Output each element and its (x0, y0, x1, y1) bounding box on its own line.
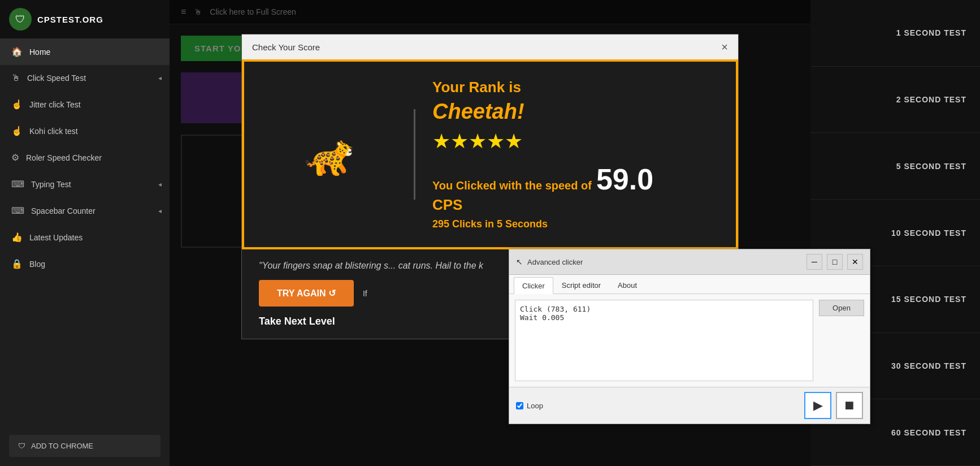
sidebar-item-home[interactable]: 🏠 Home (0, 38, 170, 65)
keyboard-icon-2: ⌨ (11, 205, 24, 216)
ac-action-buttons: ▶ ⏹ (804, 392, 863, 419)
stars-display: ★★★★★ (432, 130, 719, 153)
sidebar-item-typing-test[interactable]: ⌨ Typing Test ◂ (0, 171, 170, 197)
sidebar-item-jitter-click-test[interactable]: ☝ Jitter click Test (0, 91, 170, 118)
ac-title-area: ↖ Advanced clicker (516, 257, 583, 266)
ac-loop-checkbox[interactable] (516, 402, 523, 409)
thumbs-up-icon: 👍 (11, 232, 23, 243)
cps-label: CPS (432, 196, 719, 214)
sidebar-item-label: Typing Test (31, 180, 71, 189)
advanced-clicker-title: Advanced clicker (527, 258, 583, 266)
sidebar-item-label: Latest Updates (29, 233, 83, 242)
ac-stop-button[interactable]: ⏹ (836, 392, 863, 419)
chevron-right-icon: ◂ (158, 74, 162, 82)
speed-text: You Clicked with the speed of (432, 179, 592, 192)
ac-script-textarea[interactable]: Click (783, 611) Wait 0.005 (515, 300, 813, 381)
cheetah-image: 🐆 (261, 109, 397, 200)
finger-icon-2: ☝ (11, 126, 23, 136)
logo-text: CPSTEST.ORG (37, 15, 103, 24)
ac-body: Click (783, 611) Wait 0.005 Open (509, 294, 870, 387)
ac-footer: Loop ▶ ⏹ (509, 387, 870, 424)
chevron-right-icon-2: ◂ (158, 180, 162, 188)
finger-icon: ☝ (11, 99, 23, 110)
test-option-5s[interactable]: 5 SECOND TEST (810, 133, 980, 200)
sidebar-item-label: Click Speed Test (27, 74, 86, 83)
keyboard-icon: ⌨ (11, 179, 24, 189)
lock-icon: 🔒 (11, 258, 23, 269)
sidebar-item-label: Roler Speed Checker (26, 153, 102, 162)
sidebar-logo: 🛡 CPSTEST.ORG (0, 0, 170, 38)
sidebar: 🛡 CPSTEST.ORG 🏠 Home 🖱 Click Speed Test … (0, 0, 170, 466)
rank-label: Your Rank is (432, 79, 719, 96)
ac-right-panel: Open (819, 300, 864, 381)
sidebar-item-label: Jitter click Test (29, 100, 81, 109)
logo-icon: 🛡 (9, 8, 32, 31)
gear-icon: ⚙ (11, 152, 19, 163)
test-option-2s[interactable]: 2 SECOND TEST (810, 67, 980, 133)
cursor-icon-ac: ↖ (516, 257, 523, 266)
sidebar-bottom: 🛡 ADD TO CHROME (0, 426, 170, 466)
ac-tab-script-editor[interactable]: Script editor (553, 277, 609, 294)
ac-loop-area: Loop (516, 402, 543, 410)
clicks-info: 295 Clicks in 5 Seconds (432, 218, 719, 230)
sidebar-nav: 🏠 Home 🖱 Click Speed Test ◂ ☝ Jitter cli… (0, 38, 170, 426)
cheetah-emoji: 🐆 (303, 131, 354, 179)
chevron-right-icon-3: ◂ (158, 207, 162, 215)
sidebar-item-blog[interactable]: 🔒 Blog (0, 251, 170, 277)
modal-body: 🐆 Your Rank is Cheetah! ★★★★★ You Clicke… (242, 59, 738, 249)
ac-open-button[interactable]: Open (819, 300, 864, 316)
ac-window-controls: ─ □ ✕ (806, 254, 863, 270)
modal-close-button[interactable]: × (721, 41, 728, 53)
ac-tab-about[interactable]: About (609, 277, 645, 294)
sidebar-item-label: Kohi click test (29, 127, 78, 136)
sidebar-item-label: Blog (29, 260, 45, 269)
modal-header: Check Your Score × (242, 34, 738, 59)
ac-restore-button[interactable]: □ (827, 254, 843, 270)
ac-tabs: Clicker Script editor About (509, 275, 870, 294)
ac-play-button[interactable]: ▶ (804, 392, 831, 419)
try-again-button[interactable]: TRY AGAIN ↺ (259, 280, 354, 307)
add-to-chrome-button[interactable]: 🛡 ADD TO CHROME (9, 435, 161, 457)
test-option-1s[interactable]: 1 SECOND TEST (810, 0, 980, 67)
advanced-clicker-window: ↖ Advanced clicker ─ □ ✕ Clicker Script … (509, 249, 870, 424)
ac-close-button[interactable]: ✕ (847, 254, 863, 270)
sidebar-item-roller-speed-checker[interactable]: ⚙ Roler Speed Checker (0, 144, 170, 171)
home-icon: 🏠 (11, 46, 23, 57)
ac-loop-label: Loop (527, 402, 543, 410)
sidebar-item-spacebar-counter[interactable]: ⌨ Spacebar Counter ◂ (0, 197, 170, 224)
divider (414, 109, 415, 200)
rank-name: Cheetah! (432, 100, 719, 124)
sidebar-item-click-speed-test[interactable]: 🖱 Click Speed Test ◂ (0, 65, 170, 91)
if-text: If (363, 289, 367, 298)
sidebar-item-label: Home (29, 48, 50, 57)
ac-minimize-button[interactable]: ─ (806, 254, 822, 270)
cursor-icon: 🖱 (11, 73, 20, 83)
score-info: Your Rank is Cheetah! ★★★★★ You Clicked … (432, 79, 719, 230)
speed-number: 59.0 (596, 162, 653, 196)
sidebar-item-label: Spacebar Counter (31, 206, 96, 215)
sidebar-item-kohi-click-test[interactable]: ☝ Kohi click test (0, 118, 170, 144)
shield-icon: 🛡 (18, 442, 25, 450)
advanced-clicker-titlebar: ↖ Advanced clicker ─ □ ✕ (509, 249, 870, 275)
sidebar-item-latest-updates[interactable]: 👍 Latest Updates (0, 224, 170, 251)
modal-title: Check Your Score (252, 42, 320, 52)
ac-tab-clicker[interactable]: Clicker (514, 277, 553, 294)
